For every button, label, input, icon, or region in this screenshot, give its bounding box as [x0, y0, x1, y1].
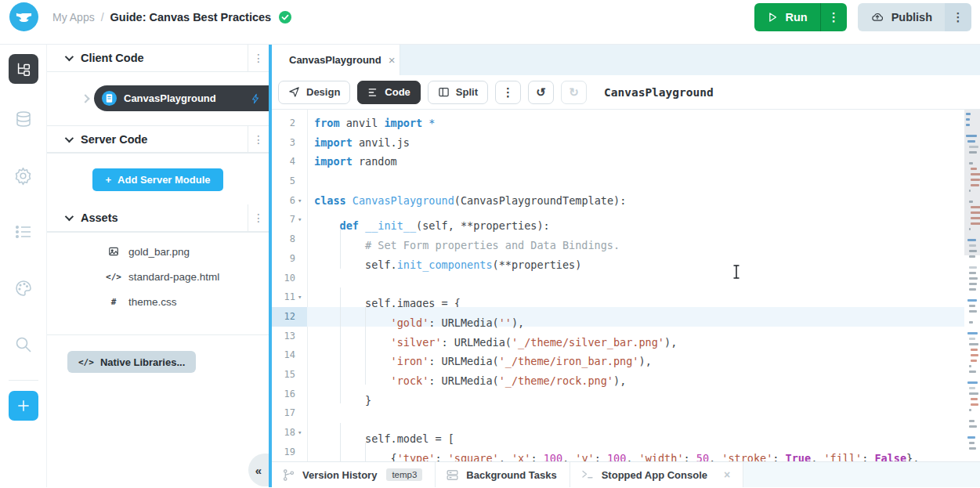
hash-icon: # — [107, 297, 120, 307]
code-line-8[interactable]: 8# Set Form properties and Data Bindings… — [272, 230, 964, 249]
main-editor-area: CanvasPlayground × Design Code — [272, 45, 980, 487]
fold-arrow-icon[interactable]: ▾ — [295, 191, 307, 211]
run-button[interactable]: Run — [754, 3, 819, 31]
app-console-close-button[interactable]: × — [724, 468, 730, 481]
code-line-16[interactable]: 16} — [272, 385, 964, 404]
code-content[interactable]: from anvil import * — [307, 114, 964, 133]
code-content[interactable]: 'silver': URLMedia('_/theme/silver_bar.p… — [307, 327, 964, 346]
rail-item-settings[interactable] — [13, 165, 34, 186]
code-content[interactable]: import anvil.js — [307, 133, 964, 153]
design-view-button[interactable]: Design — [278, 81, 350, 104]
minimap-viewport[interactable] — [964, 110, 980, 255]
line-gutter: 16 — [272, 385, 307, 404]
fold-arrow-icon[interactable]: ▾ — [295, 423, 307, 443]
code-content[interactable]: def __init__(self, **properties): — [307, 210, 964, 230]
code-content[interactable]: class CanvasPlayground(CanvasPlaygroundT… — [307, 191, 964, 211]
tree-item-canvasplayground[interactable]: CanvasPlayground — [47, 85, 269, 111]
section-header-server-code[interactable]: Server Code ⋮ — [47, 125, 269, 153]
code-editor[interactable]: 2from anvil import *3import anvil.js4imp… — [272, 110, 980, 461]
version-history-tab[interactable]: Version History temp3 — [272, 462, 436, 487]
editor-menu-button[interactable]: ⋮ — [495, 81, 521, 104]
app-console-tab[interactable]: Stopped App Console × — [570, 462, 743, 487]
code-content[interactable]: 'iron': URLMedia('_/theme/iron_bar.png')… — [307, 345, 964, 365]
rail-item-app-browser[interactable] — [9, 54, 38, 84]
code-line-6[interactable]: 6▾class CanvasPlayground(CanvasPlaygroun… — [272, 191, 964, 211]
asset-item-gold-bar-png[interactable]: gold_bar.png — [47, 239, 269, 264]
form-name-label: CanvasPlayground — [124, 92, 216, 104]
split-view-button[interactable]: Split — [428, 81, 488, 104]
code-content[interactable]: 'rock': URLMedia('_/theme/rock.png'), — [307, 365, 964, 385]
code-content[interactable]: self.init_components(**properties) — [307, 249, 964, 269]
background-tasks-tab[interactable]: Background Tasks — [436, 462, 570, 487]
code-content[interactable] — [307, 269, 964, 288]
server-code-menu-button[interactable]: ⋮ — [248, 126, 269, 152]
line-gutter: 14 — [272, 345, 307, 365]
fold-spacer — [295, 152, 307, 172]
rail-item-theme[interactable] — [13, 278, 34, 298]
lightning-icon[interactable] — [250, 93, 261, 104]
code-line-3[interactable]: 3import anvil.js — [272, 133, 964, 153]
code-content[interactable]: # Set Form properties and Data Bindings. — [307, 230, 964, 249]
tab-canvasplayground[interactable]: CanvasPlayground × — [272, 45, 400, 75]
code-content[interactable] — [307, 172, 964, 191]
chevron-right-icon — [81, 94, 89, 103]
minimap-row — [964, 294, 980, 296]
fold-arrow-icon[interactable]: ▾ — [295, 210, 307, 230]
code-content[interactable]: 'gold': URLMedia(''), — [307, 307, 964, 327]
minimap-row — [969, 283, 977, 285]
client-code-menu-button[interactable]: ⋮ — [248, 45, 269, 71]
publish-button[interactable]: Publish — [858, 3, 945, 31]
redo-button[interactable]: ↻ — [561, 81, 587, 104]
code-content[interactable]: self.images = { — [307, 287, 964, 307]
add-server-module-button[interactable]: + Add Server Module — [92, 168, 222, 191]
minimap-row — [964, 431, 980, 433]
breadcrumb-my-apps[interactable]: My Apps — [52, 11, 95, 23]
asset-label: gold_bar.png — [128, 246, 190, 258]
code-line-10[interactable]: 10 — [272, 269, 964, 288]
code-content[interactable]: } — [307, 385, 964, 404]
run-options-button[interactable]: ⋮ — [820, 3, 847, 31]
fold-arrow-icon[interactable]: ▾ — [295, 287, 307, 307]
code-line-13[interactable]: 13'silver': URLMedia('_/theme/silver_bar… — [272, 327, 964, 346]
publish-label: Publish — [891, 11, 932, 23]
anvil-logo[interactable] — [9, 2, 38, 31]
code-line-17[interactable]: 17 — [272, 403, 964, 423]
section-header-assets[interactable]: Assets ⋮ — [47, 204, 269, 232]
code-line-5[interactable]: 5 — [272, 172, 964, 191]
bottom-tab-bar: Version History temp3 Background Tasks S… — [272, 461, 980, 487]
asset-item-standard-page-html[interactable]: </>standard-page.html — [47, 264, 269, 289]
code-line-7[interactable]: 7▾def __init__(self, **properties): — [272, 210, 964, 230]
code-line-14[interactable]: 14'iron': URLMedia('_/theme/iron_bar.png… — [272, 345, 964, 365]
code-view-button[interactable]: Code — [357, 81, 421, 104]
fold-spacer — [295, 403, 307, 423]
code-content[interactable] — [307, 403, 964, 423]
background-tasks-label: Background Tasks — [466, 469, 556, 481]
code-line-19[interactable]: 19{'type': 'square', 'x': 100, 'y': 100,… — [272, 443, 964, 461]
rail-item-database[interactable] — [13, 109, 34, 129]
code-line-4[interactable]: 4import random — [272, 152, 964, 172]
native-libraries-button[interactable]: </> Native Libraries... — [67, 351, 196, 373]
section-header-client-code[interactable]: Client Code ⋮ — [47, 45, 269, 72]
code-line-11[interactable]: 11▾self.images = { — [272, 287, 964, 307]
code-line-18[interactable]: 18▾self.model = [ — [272, 423, 964, 443]
code-line-2[interactable]: 2from anvil import * — [272, 114, 964, 133]
asset-item-theme-css[interactable]: #theme.css — [47, 289, 269, 314]
code-line-12[interactable]: 12'gold': URLMedia(''), — [272, 307, 964, 327]
server-code-title: Server Code — [81, 133, 248, 146]
code-line-9[interactable]: 9self.init_components(**properties) — [272, 249, 964, 269]
code-content[interactable]: import random — [307, 152, 964, 172]
minimap-row — [969, 371, 976, 373]
rail-item-app-logs[interactable] — [13, 222, 34, 242]
code-line-15[interactable]: 15'rock': URLMedia('_/theme/rock.png'), — [272, 365, 964, 385]
code-content[interactable]: self.model = [ — [307, 423, 964, 443]
minimap-row — [967, 332, 978, 334]
assets-menu-button[interactable]: ⋮ — [248, 204, 269, 231]
tab-close-button[interactable]: × — [389, 53, 396, 67]
rail-item-search[interactable] — [13, 334, 34, 355]
publish-options-button[interactable]: ⋮ — [945, 3, 971, 31]
fold-spacer — [295, 269, 307, 288]
undo-button[interactable]: ↺ — [528, 81, 554, 104]
list-icon — [14, 222, 33, 241]
code-content[interactable]: {'type': 'square', 'x': 100, 'y': 100, '… — [307, 443, 964, 461]
add-component-button[interactable] — [9, 391, 38, 421]
